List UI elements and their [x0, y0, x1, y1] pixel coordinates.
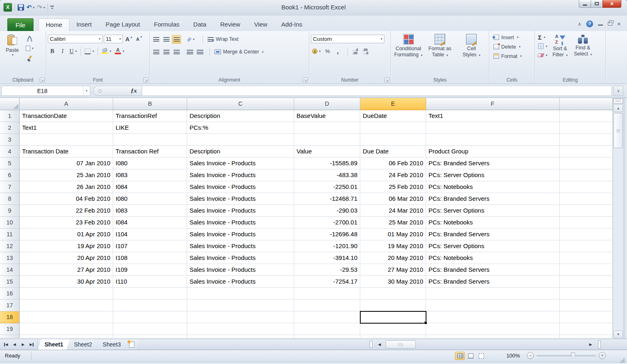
paste-dropdown-icon[interactable]: ▾: [12, 53, 13, 57]
cell-G9[interactable]: [560, 205, 613, 217]
cell-A17[interactable]: [20, 300, 113, 311]
maximize-button[interactable]: [591, 0, 602, 8]
cell-C8[interactable]: Sales Invoice - Products: [187, 193, 294, 205]
top-align-button[interactable]: [152, 35, 161, 44]
cell-D3[interactable]: [294, 134, 360, 146]
cell-B8[interactable]: I080: [113, 193, 187, 205]
cell-E7[interactable]: 25 Feb 2010: [360, 181, 426, 193]
bold-button[interactable]: B: [48, 47, 57, 55]
format-as-table-button[interactable]: Format asTable ▾: [424, 33, 455, 77]
align-center-button[interactable]: [162, 48, 171, 56]
cell-F8[interactable]: PCs: Branded Servers: [426, 193, 560, 205]
row-header-11[interactable]: 11: [0, 229, 20, 240]
tab-split-handle[interactable]: [370, 341, 373, 348]
first-sheet-button[interactable]: ◀: [2, 341, 10, 348]
close-button[interactable]: ×: [602, 0, 621, 8]
sheet-tab-sheet1[interactable]: Sheet1: [38, 339, 70, 350]
row-header-8[interactable]: 8: [0, 193, 20, 205]
cell-F14[interactable]: PCs: Branded Servers: [426, 264, 560, 276]
cell-D12[interactable]: -1201.90: [294, 240, 360, 252]
borders-button[interactable]: ▾: [83, 47, 95, 55]
zoom-level[interactable]: 100%: [507, 353, 520, 359]
cell-C15[interactable]: Sales Invoice - Products: [187, 276, 294, 288]
cell-A6[interactable]: 25 Jan 2010: [20, 169, 113, 181]
name-box-dropdown-icon[interactable]: ▾: [83, 86, 90, 95]
row-header-15[interactable]: 15: [0, 276, 20, 288]
cell-B5[interactable]: I080: [113, 158, 187, 169]
column-header-partial[interactable]: [560, 98, 613, 110]
cell-E16[interactable]: [360, 288, 426, 300]
vertical-scroll-thumb[interactable]: [614, 113, 623, 148]
row-header-6[interactable]: 6: [0, 169, 20, 181]
cell-G19[interactable]: [560, 323, 613, 335]
row-header-2[interactable]: 2: [0, 122, 20, 134]
cell-D13[interactable]: -3914.10: [294, 252, 360, 264]
cell-C14[interactable]: Sales Invoice - Products: [187, 264, 294, 276]
cell-F3[interactable]: [426, 134, 560, 146]
insert-cells-button[interactable]: Insert▾: [491, 33, 533, 42]
horizontal-scroll-thumb[interactable]: ||||: [386, 340, 416, 348]
scroll-down-button[interactable]: ▼: [614, 331, 623, 338]
tab-file[interactable]: File: [7, 18, 33, 31]
fill-button[interactable]: ↓▾: [537, 42, 549, 51]
cell-G14[interactable]: [560, 264, 613, 276]
vertical-split-handle[interactable]: [614, 98, 623, 104]
cell-D14[interactable]: -29.53: [294, 264, 360, 276]
cell-B15[interactable]: I110: [113, 276, 187, 288]
cell-A11[interactable]: 01 Apr 2010: [20, 229, 113, 240]
cell-E17[interactable]: [360, 300, 426, 311]
tab-data[interactable]: Data: [186, 18, 213, 31]
column-header-F[interactable]: F: [426, 98, 560, 110]
cell-G10[interactable]: [560, 217, 613, 229]
percent-style-button[interactable]: %: [323, 47, 332, 55]
cell-A7[interactable]: 26 Jan 2010: [20, 181, 113, 193]
cell-D7[interactable]: -2250.01: [294, 181, 360, 193]
workbook-restore-icon[interactable]: [608, 22, 612, 26]
cell-E10[interactable]: 25 Mar 2010: [360, 217, 426, 229]
cell-A9[interactable]: 22 Feb 2010: [20, 205, 113, 217]
increase-font-button[interactable]: A▴: [124, 35, 133, 43]
cell-A15[interactable]: 30 Apr 2010: [20, 276, 113, 288]
tab-formulas[interactable]: Formulas: [147, 18, 187, 31]
cell-B17[interactable]: [113, 300, 187, 311]
row-header-19[interactable]: 19: [0, 323, 20, 335]
conditional-formatting-button[interactable]: ConditionalFormatting ▾: [393, 33, 424, 77]
cell-styles-button[interactable]: CellStyles ▾: [456, 33, 487, 77]
cell-G4[interactable]: [560, 146, 613, 158]
cell-B12[interactable]: I107: [113, 240, 187, 252]
scroll-up-button[interactable]: ▲: [614, 104, 623, 112]
increase-indent-button[interactable]: ▸: [196, 48, 205, 56]
cell-D6[interactable]: -483.38: [294, 169, 360, 181]
cell-E8[interactable]: 06 Mar 2010: [360, 193, 426, 205]
cell-G15[interactable]: [560, 276, 613, 288]
select-all-corner[interactable]: [0, 98, 20, 110]
delete-cells-button[interactable]: Delete▾: [491, 42, 533, 51]
underline-button[interactable]: U▾: [68, 47, 78, 55]
cell-B19[interactable]: [113, 323, 187, 335]
workbook-close-icon[interactable]: ×: [617, 22, 620, 27]
tab-insert[interactable]: Insert: [69, 18, 99, 31]
cell-E19[interactable]: [360, 323, 426, 335]
column-header-A[interactable]: A: [20, 98, 113, 110]
cell-F16[interactable]: [426, 288, 560, 300]
cell-D10[interactable]: -2700.01: [294, 217, 360, 229]
font-dialog-launcher[interactable]: ↘: [143, 78, 148, 82]
cell-E18[interactable]: [360, 311, 426, 323]
row-header-3[interactable]: 3: [0, 134, 20, 146]
cell-C1[interactable]: Description: [187, 110, 294, 122]
cell-B14[interactable]: I109: [113, 264, 187, 276]
cell-A14[interactable]: 27 Apr 2010: [20, 264, 113, 276]
cell-D17[interactable]: [294, 300, 360, 311]
align-left-button[interactable]: [152, 48, 161, 56]
font-size-select[interactable]: 11▾: [104, 35, 123, 43]
cell-A1[interactable]: TransactionDate: [20, 110, 113, 122]
last-sheet-button[interactable]: ▶: [28, 341, 36, 348]
previous-sheet-button[interactable]: ◀: [11, 341, 18, 348]
font-color-button[interactable]: A▾: [114, 47, 125, 55]
cell-C16[interactable]: [187, 288, 294, 300]
hscroll-left-button[interactable]: ◀: [376, 341, 383, 348]
cell-E12[interactable]: 19 May 2010: [360, 240, 426, 252]
bottom-align-button[interactable]: [172, 35, 181, 44]
row-header-13[interactable]: 13: [0, 252, 20, 264]
cell-C2[interactable]: PCs:%: [187, 122, 294, 134]
